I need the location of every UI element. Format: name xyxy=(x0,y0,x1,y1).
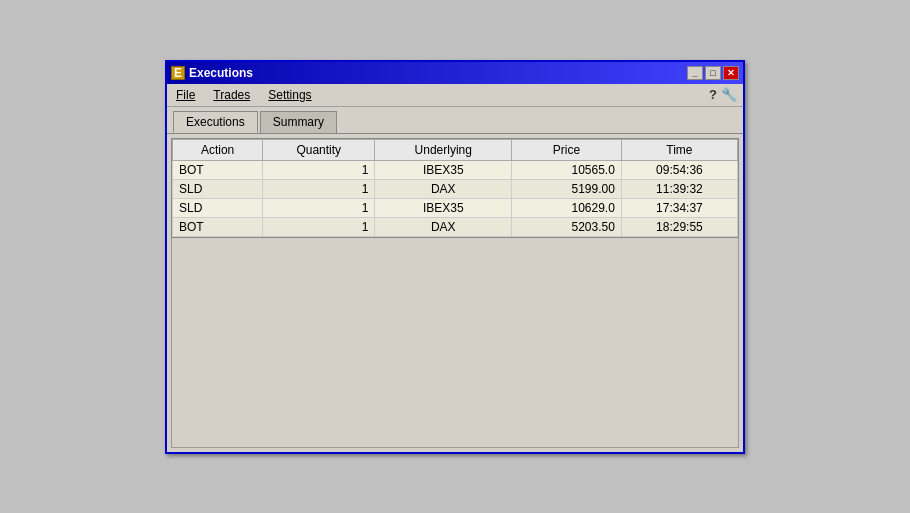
menu-settings[interactable]: Settings xyxy=(265,87,314,103)
menu-file[interactable]: File xyxy=(173,87,198,103)
main-window: E Executions _ □ ✕ File Trades Settings … xyxy=(165,60,745,454)
col-quantity: Quantity xyxy=(263,139,375,160)
cell-quantity: 1 xyxy=(263,217,375,236)
close-button[interactable]: ✕ xyxy=(723,66,739,80)
cell-underlying: DAX xyxy=(375,179,512,198)
tab-executions[interactable]: Executions xyxy=(173,111,258,133)
table-row: SLD1DAX5199.0011:39:32 xyxy=(173,179,738,198)
window-title: Executions xyxy=(189,66,253,80)
window-icon: E xyxy=(171,66,185,80)
cell-action: BOT xyxy=(173,160,263,179)
cell-underlying: IBEX35 xyxy=(375,198,512,217)
empty-area xyxy=(171,238,739,448)
content-area: Action Quantity Underlying Price Time BO… xyxy=(167,133,743,452)
cell-price: 10565.0 xyxy=(512,160,622,179)
cell-price: 5203.50 xyxy=(512,217,622,236)
cell-action: SLD xyxy=(173,198,263,217)
tools-icon[interactable]: 🔧 xyxy=(721,87,737,102)
tab-summary[interactable]: Summary xyxy=(260,111,337,133)
cell-time: 09:54:36 xyxy=(621,160,737,179)
col-action: Action xyxy=(173,139,263,160)
cell-time: 18:29:55 xyxy=(621,217,737,236)
minimize-button[interactable]: _ xyxy=(687,66,703,80)
table-row: BOT1DAX5203.5018:29:55 xyxy=(173,217,738,236)
cell-price: 5199.00 xyxy=(512,179,622,198)
cell-underlying: IBEX35 xyxy=(375,160,512,179)
cell-quantity: 1 xyxy=(263,198,375,217)
cell-underlying: DAX xyxy=(375,217,512,236)
cell-action: BOT xyxy=(173,217,263,236)
cell-time: 11:39:32 xyxy=(621,179,737,198)
cell-time: 17:34:37 xyxy=(621,198,737,217)
col-price: Price xyxy=(512,139,622,160)
title-buttons: _ □ ✕ xyxy=(687,66,739,80)
menu-trades[interactable]: Trades xyxy=(210,87,253,103)
table-row: SLD1IBEX3510629.017:34:37 xyxy=(173,198,738,217)
col-underlying: Underlying xyxy=(375,139,512,160)
cell-quantity: 1 xyxy=(263,160,375,179)
table-row: BOT1IBEX3510565.009:54:36 xyxy=(173,160,738,179)
table-header-row: Action Quantity Underlying Price Time xyxy=(173,139,738,160)
cell-quantity: 1 xyxy=(263,179,375,198)
title-bar-left: E Executions xyxy=(171,66,253,80)
help-icon[interactable]: ? xyxy=(709,87,717,102)
maximize-button[interactable]: □ xyxy=(705,66,721,80)
title-bar: E Executions _ □ ✕ xyxy=(167,62,743,84)
col-time: Time xyxy=(621,139,737,160)
menu-bar-right: ? 🔧 xyxy=(709,87,737,103)
tabs: Executions Summary xyxy=(167,107,743,133)
cell-action: SLD xyxy=(173,179,263,198)
executions-table: Action Quantity Underlying Price Time BO… xyxy=(172,139,738,237)
table-container: Action Quantity Underlying Price Time BO… xyxy=(171,138,739,238)
menu-bar: File Trades Settings ? 🔧 xyxy=(167,84,743,107)
cell-price: 10629.0 xyxy=(512,198,622,217)
